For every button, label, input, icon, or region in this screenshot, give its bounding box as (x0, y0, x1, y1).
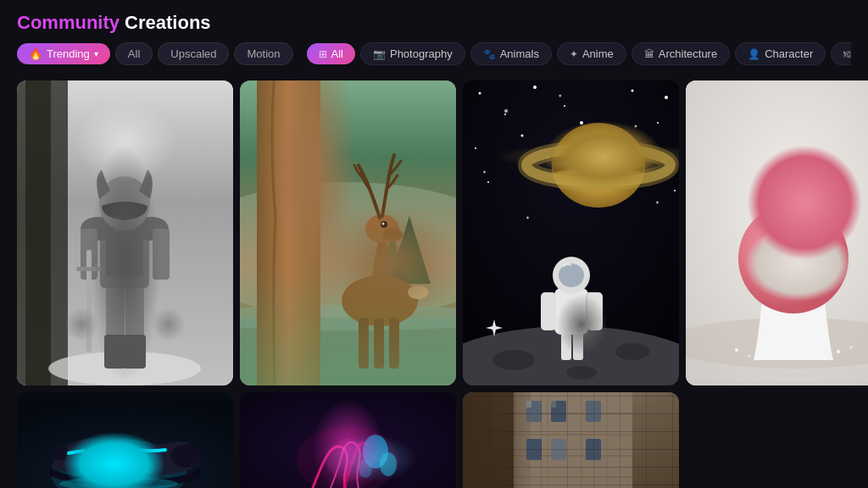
category-animals-label: Animals (500, 47, 539, 60)
svg-point-46 (580, 121, 583, 125)
svg-point-74 (748, 355, 751, 358)
image-building[interactable] (463, 392, 679, 488)
svg-point-23 (342, 275, 418, 326)
svg-point-70 (783, 263, 792, 271)
fire-icon: 🔥 (29, 47, 42, 60)
svg-point-54 (615, 343, 649, 360)
svg-point-17 (240, 182, 456, 318)
image-icecream[interactable] (686, 80, 868, 385)
svg-rect-60 (587, 292, 603, 330)
svg-point-65 (761, 294, 826, 308)
svg-point-69 (807, 248, 819, 260)
svg-line-80 (92, 446, 93, 452)
svg-point-3 (48, 352, 201, 385)
category-anime-label: Anime (582, 47, 614, 60)
trending-button[interactable]: 🔥 Trending ▾ (17, 43, 110, 64)
svg-point-19 (240, 305, 456, 330)
category-food-button[interactable]: 🍽 Food (831, 42, 851, 65)
svg-line-83 (117, 444, 119, 449)
filter-upscaled-label: Upscaled (170, 47, 216, 60)
svg-point-38 (657, 122, 659, 124)
svg-rect-12 (153, 229, 170, 280)
filter-motion-label: Motion (247, 47, 280, 60)
svg-rect-59 (541, 292, 556, 330)
image-space[interactable] (463, 80, 679, 385)
title-community: Community (17, 12, 120, 33)
svg-rect-0 (17, 80, 233, 385)
svg-rect-55 (561, 330, 571, 360)
svg-rect-7 (124, 335, 146, 369)
svg-rect-94 (463, 392, 531, 488)
svg-point-39 (665, 96, 668, 99)
svg-point-24 (365, 214, 399, 243)
svg-point-48 (552, 123, 645, 208)
svg-rect-108 (586, 439, 601, 460)
camera-icon: 📷 (373, 48, 386, 60)
svg-point-50 (526, 148, 670, 182)
svg-point-61 (553, 257, 590, 294)
trending-label: Trending (47, 47, 90, 60)
filter-all-button[interactable]: All (115, 42, 153, 65)
svg-rect-18 (240, 318, 456, 385)
svg-rect-16 (240, 80, 456, 385)
svg-point-49 (526, 148, 670, 182)
svg-rect-107 (551, 439, 566, 460)
svg-point-73 (735, 348, 738, 352)
svg-rect-56 (573, 330, 583, 360)
svg-point-15 (99, 176, 150, 230)
svg-point-71 (804, 266, 814, 276)
svg-line-82 (108, 444, 110, 449)
image-warrior[interactable] (17, 80, 233, 385)
svg-point-44 (487, 181, 489, 183)
svg-point-91 (297, 426, 398, 488)
svg-point-76 (850, 347, 853, 349)
svg-point-67 (772, 239, 786, 252)
svg-point-85 (171, 444, 202, 468)
svg-rect-105 (586, 401, 601, 422)
category-character-button[interactable]: 👤 Character (735, 42, 826, 65)
svg-point-92 (326, 439, 369, 481)
svg-point-75 (837, 350, 840, 353)
filter-all-label: All (128, 47, 140, 60)
category-all-label: All (331, 47, 343, 60)
category-character-label: Character (765, 47, 813, 60)
svg-rect-4 (106, 284, 125, 352)
svg-point-47 (547, 156, 548, 158)
svg-point-77 (825, 358, 826, 359)
page-title: Community Creations (17, 12, 851, 34)
svg-marker-22 (388, 216, 431, 284)
svg-rect-8 (100, 216, 149, 288)
svg-point-72 (760, 225, 795, 255)
svg-point-33 (479, 92, 481, 95)
svg-line-81 (100, 445, 102, 450)
category-architecture-button[interactable]: 🏛 Architecture (632, 42, 730, 65)
svg-point-10 (135, 217, 169, 241)
filter-motion-button[interactable]: Motion (234, 42, 292, 65)
svg-rect-106 (526, 439, 542, 460)
category-photography-button[interactable]: 📷 Photography (360, 42, 465, 65)
svg-point-86 (59, 477, 178, 488)
svg-rect-6 (104, 335, 126, 369)
food-icon: 🍽 (843, 48, 851, 60)
svg-rect-13 (86, 250, 92, 352)
svg-point-37 (632, 90, 634, 92)
filter-upscaled-button[interactable]: Upscaled (158, 42, 229, 65)
image-abstract[interactable] (240, 392, 456, 488)
svg-point-79 (51, 439, 186, 488)
category-anime-button[interactable]: ✦ Anime (557, 42, 626, 65)
svg-rect-14 (76, 267, 102, 271)
svg-point-41 (521, 135, 524, 137)
svg-rect-87 (240, 392, 456, 488)
category-all-button[interactable]: ⊞ All (307, 43, 355, 64)
svg-rect-110 (551, 401, 556, 408)
arch-icon: 🏛 (644, 48, 654, 60)
svg-rect-93 (463, 392, 679, 488)
svg-rect-20 (257, 80, 320, 385)
image-deer[interactable] (240, 80, 456, 385)
image-sneaker[interactable] (17, 392, 233, 488)
svg-point-9 (81, 217, 114, 241)
app-container: Community Creations 🔥 Trending ▾ All Ups… (0, 0, 868, 488)
category-animals-button[interactable]: 🐾 Animals (470, 42, 552, 65)
svg-point-68 (795, 232, 805, 242)
svg-rect-30 (389, 318, 399, 369)
